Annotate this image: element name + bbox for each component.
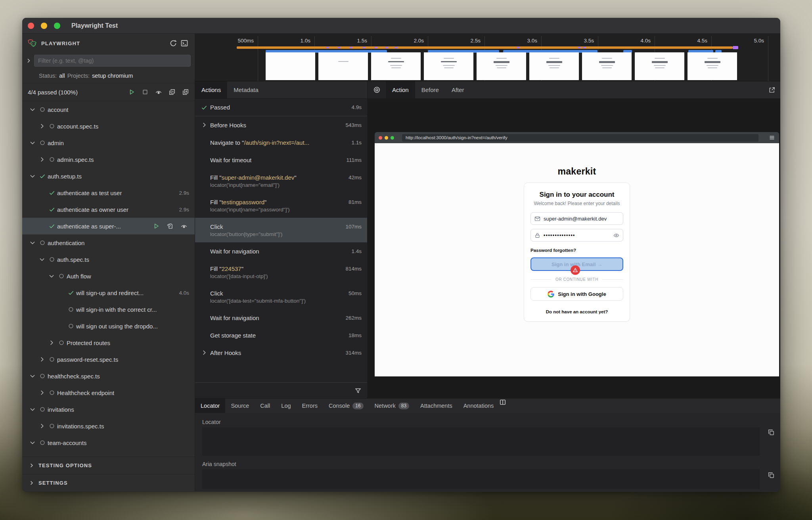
tree-item-team-accounts[interactable]: team-accounts bbox=[22, 434, 195, 451]
filmstrip-thumbnail[interactable] bbox=[371, 52, 421, 80]
doc-refresh-icon[interactable] bbox=[165, 221, 175, 232]
minimize-button[interactable] bbox=[41, 23, 47, 29]
locator-textarea[interactable] bbox=[202, 427, 760, 456]
stop-icon[interactable] bbox=[140, 86, 150, 98]
chevron-right-icon[interactable] bbox=[25, 58, 32, 64]
chevron-right-icon[interactable] bbox=[37, 123, 47, 130]
tab-call[interactable]: Call bbox=[255, 399, 276, 413]
open-external-icon[interactable] bbox=[768, 81, 780, 98]
tree-item-account-spec-ts[interactable]: account.spec.ts bbox=[22, 118, 195, 134]
tree-item-will-sign-up-and-redirect-[interactable]: will sign-up and redirect...4.0s bbox=[22, 284, 195, 301]
action-row-fill-[interactable]: Fill "testingpassword" 81ms locator('inp… bbox=[195, 193, 367, 218]
tree-item-authenticate-as-owner-user[interactable]: authenticate as owner user2.9s bbox=[22, 201, 195, 218]
tab-action[interactable]: Action bbox=[386, 81, 415, 98]
trace-timeline[interactable]: 500ms1.0s1.5s2.0s2.5s3.0s3.5s4.0s4.5s5.0… bbox=[195, 34, 780, 81]
action-row-fill-[interactable]: Fill "224537" 814ms locator('[data-input… bbox=[195, 260, 367, 284]
close-button[interactable] bbox=[28, 23, 34, 29]
funnel-icon[interactable] bbox=[354, 387, 362, 394]
tree-item-invitations[interactable]: invitations bbox=[22, 401, 195, 418]
zoom-button[interactable] bbox=[54, 23, 60, 29]
play-icon[interactable] bbox=[151, 221, 161, 232]
tab-after[interactable]: After bbox=[445, 81, 471, 98]
action-row-get-storage-state[interactable]: Get storage state 18ms bbox=[195, 326, 367, 344]
email-field[interactable]: super-admin@makerkit.dev bbox=[530, 212, 623, 225]
tab-attachments[interactable]: Attachments bbox=[415, 399, 458, 413]
action-row-fill-[interactable]: Fill "super-admin@makerkit.dev" 42ms loc… bbox=[195, 169, 367, 193]
reload-tests-icon[interactable] bbox=[168, 38, 179, 49]
tree-item-healthcheck-spec-ts[interactable]: healthcheck.spec.ts bbox=[22, 368, 195, 384]
chevron-down-icon[interactable] bbox=[47, 272, 56, 280]
eye-icon[interactable] bbox=[179, 221, 189, 232]
action-row-wait-for-navigation[interactable]: Wait for navigation 1.4s bbox=[195, 242, 367, 260]
filter-status-line[interactable]: Status: all Projects: setup chromium bbox=[22, 69, 195, 83]
tree-item-protected-routes[interactable]: Protected routes bbox=[22, 334, 195, 351]
play-icon[interactable] bbox=[126, 86, 137, 98]
filmstrip-thumbnail[interactable] bbox=[688, 52, 737, 80]
tab-before[interactable]: Before bbox=[415, 81, 445, 98]
tab-log[interactable]: Log bbox=[276, 399, 296, 413]
tree-item-account[interactable]: account bbox=[22, 101, 195, 118]
action-row-click[interactable]: Click 50ms locator('[data-test="submit-m… bbox=[195, 284, 367, 309]
action-row-after-hooks[interactable]: After Hooks 314ms bbox=[195, 344, 367, 361]
filmstrip-thumbnail[interactable] bbox=[424, 52, 473, 80]
tree-item-authenticate-as-test-user[interactable]: authenticate as test user2.9s bbox=[22, 184, 195, 201]
filmstrip-thumbnail[interactable] bbox=[582, 52, 632, 80]
chevron-right-icon[interactable] bbox=[37, 389, 47, 396]
filmstrip-thumbnail[interactable] bbox=[529, 52, 579, 80]
copy-minus-icon[interactable] bbox=[167, 86, 177, 98]
tree-item-will-sign-in-with-the-correct-cr-[interactable]: will sign-in with the correct cr... bbox=[22, 301, 195, 318]
tab-network[interactable]: Network83 bbox=[369, 399, 415, 413]
tree-item-auth-spec-ts[interactable]: auth.spec.ts bbox=[22, 251, 195, 268]
action-row-before-hooks[interactable]: Before Hooks 543ms bbox=[195, 116, 367, 134]
tree-item-auth-setup-ts[interactable]: auth.setup.ts bbox=[22, 168, 195, 184]
action-row-navigate-to-[interactable]: Navigate to "/auth/sign-in?next=/aut... … bbox=[195, 134, 367, 151]
forgot-password-link[interactable]: Password forgotten? bbox=[530, 248, 623, 253]
tree-item-auth-flow[interactable]: Auth flow bbox=[22, 268, 195, 284]
aria-snapshot-textarea[interactable] bbox=[202, 469, 760, 489]
chevron-right-icon[interactable] bbox=[47, 339, 56, 346]
tree-item-authentication[interactable]: authentication bbox=[22, 234, 195, 251]
filmstrip-thumbnail[interactable] bbox=[477, 52, 526, 80]
browser-snapshot[interactable]: http://localhost:3000/auth/sign-in?next=… bbox=[375, 132, 779, 376]
tree-item-authenticate-as-super-[interactable]: authenticate as super-... bbox=[22, 218, 195, 234]
tree-item-invitations-spec-ts[interactable]: invitations.spec.ts bbox=[22, 418, 195, 434]
action-row-passed[interactable]: Passed 4.9s bbox=[195, 99, 367, 116]
tab-locator[interactable]: Locator bbox=[195, 399, 225, 413]
tree-item-admin-spec-ts[interactable]: admin.spec.ts bbox=[22, 151, 195, 168]
chevron-down-icon[interactable] bbox=[28, 406, 37, 413]
chevron-right-icon[interactable] bbox=[37, 156, 47, 163]
sign-in-google-button[interactable]: Sign in with Google bbox=[530, 287, 623, 301]
filmstrip-thumbnail[interactable] bbox=[266, 52, 315, 80]
signup-link[interactable]: Do not have an account yet? bbox=[530, 309, 623, 314]
tab-console[interactable]: Console16 bbox=[323, 399, 369, 413]
action-row-click[interactable]: Click 107ms locator('button[type="submit… bbox=[195, 218, 367, 242]
chevron-down-icon[interactable] bbox=[37, 256, 47, 263]
copy-locator-icon[interactable] bbox=[768, 429, 775, 436]
split-view-icon[interactable] bbox=[499, 399, 506, 413]
filmstrip-thumbnail[interactable] bbox=[635, 52, 684, 80]
chevron-down-icon[interactable] bbox=[28, 372, 37, 380]
chevron-down-icon[interactable] bbox=[28, 239, 37, 246]
toggle-password-icon[interactable] bbox=[613, 232, 619, 238]
eye-icon[interactable] bbox=[153, 86, 164, 98]
tree-item-healthcheck-endpoint[interactable]: Healthcheck endpoint bbox=[22, 384, 195, 401]
password-field[interactable]: •••••••••••••• bbox=[530, 229, 623, 242]
action-row-wait-for-navigation[interactable]: Wait for navigation 262ms bbox=[195, 309, 367, 326]
tree-item-admin[interactable]: admin bbox=[22, 134, 195, 151]
copy-plus-icon[interactable] bbox=[180, 86, 191, 98]
filmstrip-thumbnail[interactable] bbox=[318, 52, 368, 80]
tab-errors[interactable]: Errors bbox=[297, 399, 323, 413]
filter-input[interactable] bbox=[34, 55, 191, 67]
tab-metadata[interactable]: Metadata bbox=[227, 81, 265, 98]
chevron-right-icon[interactable] bbox=[37, 356, 47, 363]
pick-locator-icon[interactable] bbox=[368, 81, 386, 98]
chevron-down-icon[interactable] bbox=[28, 439, 37, 446]
tab-source[interactable]: Source bbox=[225, 399, 255, 413]
tab-actions[interactable]: Actions bbox=[195, 81, 227, 98]
chevron-down-icon[interactable] bbox=[28, 173, 37, 180]
tab-annotations[interactable]: Annotations bbox=[458, 399, 500, 413]
chevron-down-icon[interactable] bbox=[28, 139, 37, 146]
section-settings[interactable]: SETTINGS bbox=[22, 474, 195, 491]
tree-item-password-reset-spec-ts[interactable]: password-reset.spec.ts bbox=[22, 351, 195, 368]
chevron-right-icon[interactable] bbox=[37, 422, 47, 430]
